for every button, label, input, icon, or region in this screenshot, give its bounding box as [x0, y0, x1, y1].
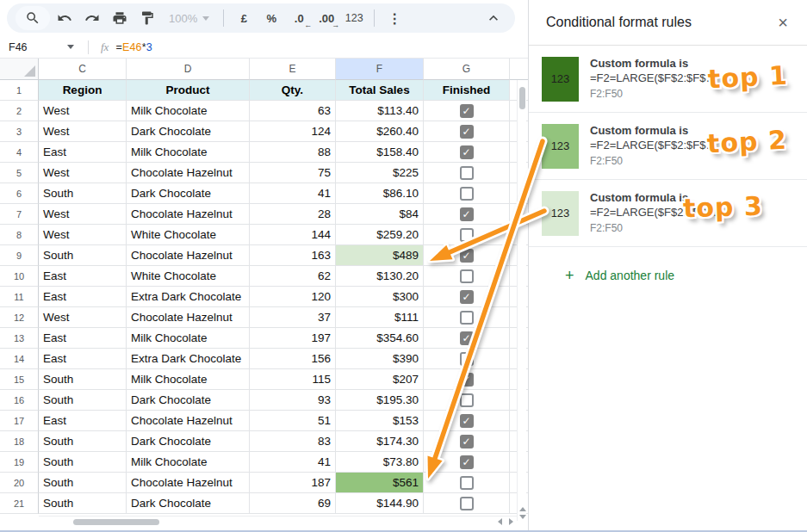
cell-region[interactable]: East: [39, 142, 127, 163]
cell-region[interactable]: South: [39, 245, 127, 266]
cell-product[interactable]: Milk Chocolate: [127, 452, 250, 473]
cell-total-sales[interactable]: $113.40: [336, 101, 424, 121]
checkbox[interactable]: [460, 228, 474, 242]
name-box[interactable]: F46: [0, 41, 83, 53]
cell-region[interactable]: South: [39, 390, 127, 411]
cell-total-sales[interactable]: $84: [336, 204, 424, 225]
row-header[interactable]: 19: [0, 452, 39, 473]
cell-region[interactable]: West: [39, 163, 127, 183]
checkbox[interactable]: [460, 311, 474, 325]
cell-total-sales[interactable]: $489: [336, 245, 424, 266]
column-header-g[interactable]: G: [424, 59, 510, 80]
undo-icon[interactable]: [52, 6, 78, 30]
cell-region[interactable]: West: [39, 101, 127, 121]
checkbox[interactable]: ✓: [460, 373, 474, 387]
cell-qty[interactable]: 62: [250, 266, 336, 287]
cell-total-sales[interactable]: $354.60: [336, 328, 424, 349]
row-header[interactable]: 13: [0, 328, 39, 349]
row-header[interactable]: 16: [0, 390, 39, 411]
zoom-select[interactable]: 100%: [162, 12, 216, 25]
more-options-icon[interactable]: ⋮: [382, 6, 407, 30]
cell-product[interactable]: Dark Chocolate: [127, 390, 250, 411]
cell-total-sales[interactable]: $86.10: [336, 183, 424, 204]
checkbox[interactable]: ✓: [460, 104, 474, 118]
cell-total-sales[interactable]: $300: [336, 287, 424, 307]
cell-product[interactable]: Chocolate Hazelnut: [127, 245, 250, 266]
cell-region[interactable]: South: [39, 473, 127, 493]
cell-qty[interactable]: 115: [250, 369, 336, 390]
checkbox[interactable]: [460, 187, 474, 201]
cell-total-sales[interactable]: $207: [336, 369, 424, 390]
row-header[interactable]: 12: [0, 307, 39, 328]
close-icon[interactable]: ×: [773, 12, 793, 33]
cell-product[interactable]: White Chocolate: [127, 266, 250, 287]
cell-region[interactable]: South: [39, 452, 127, 473]
checkbox[interactable]: ✓: [460, 414, 474, 428]
cell-product[interactable]: Chocolate Hazelnut: [127, 163, 250, 183]
row-header[interactable]: 5: [0, 163, 39, 183]
cell-qty[interactable]: 88: [250, 142, 336, 163]
cell-product[interactable]: Chocolate Hazelnut: [127, 411, 250, 431]
header-cell-product[interactable]: Product: [127, 80, 250, 101]
cell-qty[interactable]: 187: [250, 473, 336, 493]
cell-region[interactable]: East: [39, 266, 127, 287]
row-header[interactable]: 8: [0, 225, 39, 245]
row-header[interactable]: 9: [0, 245, 39, 266]
cell-product[interactable]: Milk Chocolate: [127, 101, 250, 121]
cell-qty[interactable]: 51: [250, 411, 336, 431]
vertical-scrollbar-thumb[interactable]: [519, 87, 525, 109]
row-header[interactable]: 10: [0, 266, 39, 287]
cell-product[interactable]: Dark Chocolate: [127, 183, 250, 204]
cell-region[interactable]: West: [39, 307, 127, 328]
cell-product[interactable]: Extra Dark Chocolate: [127, 287, 250, 307]
cell-qty[interactable]: 124: [250, 121, 336, 142]
search-icon[interactable]: [16, 6, 50, 30]
cell-qty[interactable]: 75: [250, 163, 336, 183]
cell-qty[interactable]: 41: [250, 452, 336, 473]
cell-qty[interactable]: 83: [250, 431, 336, 452]
format-currency-button[interactable]: £: [231, 6, 257, 30]
cell-qty[interactable]: 69: [250, 493, 336, 514]
row-header[interactable]: 2: [0, 101, 39, 121]
cell-region[interactable]: West: [39, 204, 127, 225]
cell-total-sales[interactable]: $561: [336, 473, 424, 493]
cell-total-sales[interactable]: $259.20: [336, 225, 424, 245]
scroll-down-icon[interactable]: [519, 515, 526, 519]
row-header[interactable]: 18: [0, 431, 39, 452]
add-rule-button[interactable]: + Add another rule: [529, 247, 807, 283]
column-header-f[interactable]: F: [336, 59, 424, 80]
checkbox[interactable]: [460, 352, 474, 366]
checkbox[interactable]: [460, 497, 474, 510]
checkbox[interactable]: ✓: [460, 249, 474, 263]
checkbox[interactable]: ✓: [460, 207, 474, 221]
cell-total-sales[interactable]: $260.40: [336, 121, 424, 142]
cell-region[interactable]: West: [39, 121, 127, 142]
redo-icon[interactable]: [79, 6, 105, 30]
format-percent-button[interactable]: %: [258, 6, 284, 30]
collapse-toolbar-icon[interactable]: [481, 6, 506, 30]
cell-region[interactable]: West: [39, 225, 127, 245]
row-header[interactable]: 3: [0, 121, 39, 142]
cell-qty[interactable]: 93: [250, 390, 336, 411]
row-header[interactable]: 21: [0, 493, 39, 514]
cell-total-sales[interactable]: $153: [336, 411, 424, 431]
checkbox[interactable]: ✓: [460, 331, 474, 345]
cell-total-sales[interactable]: $158.40: [336, 142, 424, 163]
row-header[interactable]: 20: [0, 473, 39, 493]
header-cell-qty-[interactable]: Qty.: [250, 80, 336, 101]
cell-region[interactable]: South: [39, 431, 127, 452]
cell-product[interactable]: Milk Chocolate: [127, 142, 250, 163]
decrease-decimal-button[interactable]: .0 ←: [286, 6, 312, 30]
row-header[interactable]: 15: [0, 369, 39, 390]
cell-qty[interactable]: 41: [250, 183, 336, 204]
cell-product[interactable]: Milk Chocolate: [127, 328, 250, 349]
cell-qty[interactable]: 28: [250, 204, 336, 225]
cell-product[interactable]: Chocolate Hazelnut: [127, 307, 250, 328]
horizontal-scrollbar-thumb[interactable]: [73, 519, 159, 525]
cell-region[interactable]: East: [39, 328, 127, 349]
cell-product[interactable]: White Chocolate: [127, 225, 250, 245]
header-cell-region[interactable]: Region: [39, 80, 127, 101]
checkbox[interactable]: ✓: [460, 125, 474, 139]
cell-region[interactable]: East: [39, 287, 127, 307]
horizontal-scrollbar[interactable]: [39, 516, 517, 527]
